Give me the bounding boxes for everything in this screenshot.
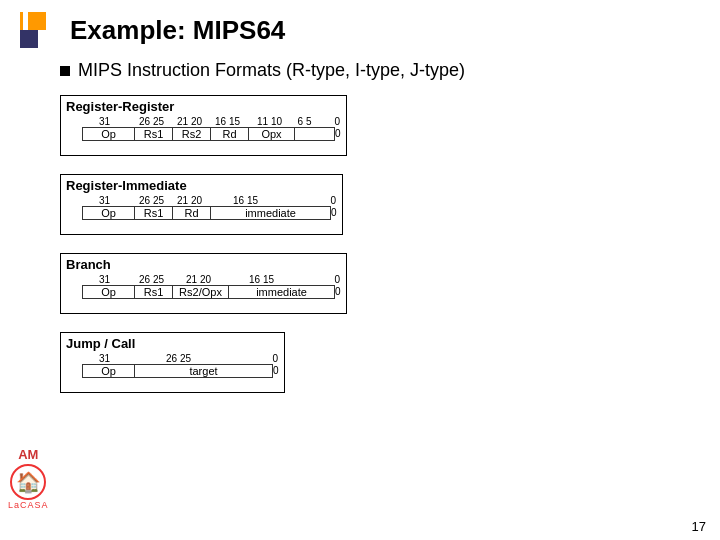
target-cell-jc: target bbox=[135, 365, 273, 378]
house-icon: 🏠 bbox=[16, 470, 41, 494]
subtitle-text: MIPS Instruction Formats (R-type, I-type… bbox=[78, 60, 465, 81]
nums-row-br: 31 26 25 21 20 16 15 0 bbox=[83, 274, 341, 286]
empty-cell-rr bbox=[295, 128, 335, 141]
bits-table-rr: 31 26 25 21 20 16 15 11 10 6 5 0 bbox=[82, 116, 341, 141]
section-label-br: Branch bbox=[66, 257, 341, 272]
nums-row-jc: 31 26 25 0 bbox=[83, 353, 279, 365]
cells-row-rr: Op Rs1 Rs2 Rd Opx 0 bbox=[83, 128, 341, 141]
logo-am-text: AM bbox=[18, 447, 38, 462]
cells-row-ri: Op Rs1 Rd immediate 0 bbox=[83, 207, 337, 220]
format-wrapper-jc: Jump / Call 31 26 25 0 Op target 0 bbox=[60, 332, 285, 393]
page-number: 17 bbox=[692, 519, 706, 534]
instr-block-ri: 31 26 25 21 20 16 15 0 Op Rs1 Rd bbox=[82, 195, 337, 220]
bits-table-ri: 31 26 25 21 20 16 15 0 Op Rs1 Rd bbox=[82, 195, 337, 220]
rs1-cell-rr: Rs1 bbox=[135, 128, 173, 141]
page-title: Example: MIPS64 bbox=[70, 15, 285, 46]
section-label-rr: Register-Register bbox=[66, 99, 341, 114]
format-wrapper-br: Branch 31 26 25 21 20 16 15 0 bbox=[60, 253, 347, 314]
section-register-register: Register-Register 31 26 25 21 20 16 15 1… bbox=[60, 95, 680, 164]
rs1-cell-ri: Rs1 bbox=[135, 207, 173, 220]
instr-block-rr: 31 26 25 21 20 16 15 11 10 6 5 0 bbox=[82, 116, 341, 141]
section-label-jc: Jump / Call bbox=[66, 336, 279, 351]
op-cell-ri: Op bbox=[83, 207, 135, 220]
format-wrapper-rr: Register-Register 31 26 25 21 20 16 15 1… bbox=[60, 95, 347, 156]
cells-row-jc: Op target 0 bbox=[83, 365, 279, 378]
op-cell-jc: Op bbox=[83, 365, 135, 378]
nums-row-rr: 31 26 25 21 20 16 15 11 10 6 5 0 bbox=[83, 116, 341, 128]
logo-sub-text: LaCASA bbox=[8, 500, 49, 510]
bits-table-br: 31 26 25 21 20 16 15 0 Op Rs1 Rs2/Opx bbox=[82, 274, 341, 299]
orange-square bbox=[28, 12, 46, 30]
format-wrapper-ri: Register-Immediate 31 26 25 21 20 16 15 … bbox=[60, 174, 343, 235]
blue-square bbox=[20, 30, 38, 48]
opx-cell-rr: Opx bbox=[249, 128, 295, 141]
rs2-cell-rr: Rs2 bbox=[173, 128, 211, 141]
logo-area: AM 🏠 LaCASA bbox=[8, 447, 49, 510]
rs2opx-cell-br: Rs2/Opx bbox=[173, 286, 229, 299]
logo-circle: 🏠 bbox=[10, 464, 46, 500]
instr-block-br: 31 26 25 21 20 16 15 0 Op Rs1 Rs2/Opx bbox=[82, 274, 341, 299]
section-label-ri: Register-Immediate bbox=[66, 178, 337, 193]
subtitle: MIPS Instruction Formats (R-type, I-type… bbox=[60, 60, 680, 81]
cells-row-br: Op Rs1 Rs2/Opx immediate 0 bbox=[83, 286, 341, 299]
bits-table-jc: 31 26 25 0 Op target 0 bbox=[82, 353, 279, 378]
rs1-cell-br: Rs1 bbox=[135, 286, 173, 299]
header: Example: MIPS64 bbox=[0, 0, 720, 56]
imm-cell-ri: immediate bbox=[211, 207, 331, 220]
section-branch: Branch 31 26 25 21 20 16 15 0 bbox=[60, 253, 680, 322]
nums-row-ri: 31 26 25 21 20 16 15 0 bbox=[83, 195, 337, 207]
op-cell-rr: Op bbox=[83, 128, 135, 141]
main-content: MIPS Instruction Formats (R-type, I-type… bbox=[0, 56, 720, 415]
imm-cell-br: immediate bbox=[229, 286, 335, 299]
instr-block-jc: 31 26 25 0 Op target 0 bbox=[82, 353, 279, 378]
section-jump-call: Jump / Call 31 26 25 0 Op target 0 bbox=[60, 332, 680, 401]
op-cell-br: Op bbox=[83, 286, 135, 299]
rd-cell-rr: Rd bbox=[211, 128, 249, 141]
header-icon bbox=[20, 12, 56, 48]
bullet-icon bbox=[60, 66, 70, 76]
rd-cell-ri: Rd bbox=[173, 207, 211, 220]
section-register-immediate: Register-Immediate 31 26 25 21 20 16 15 … bbox=[60, 174, 680, 243]
